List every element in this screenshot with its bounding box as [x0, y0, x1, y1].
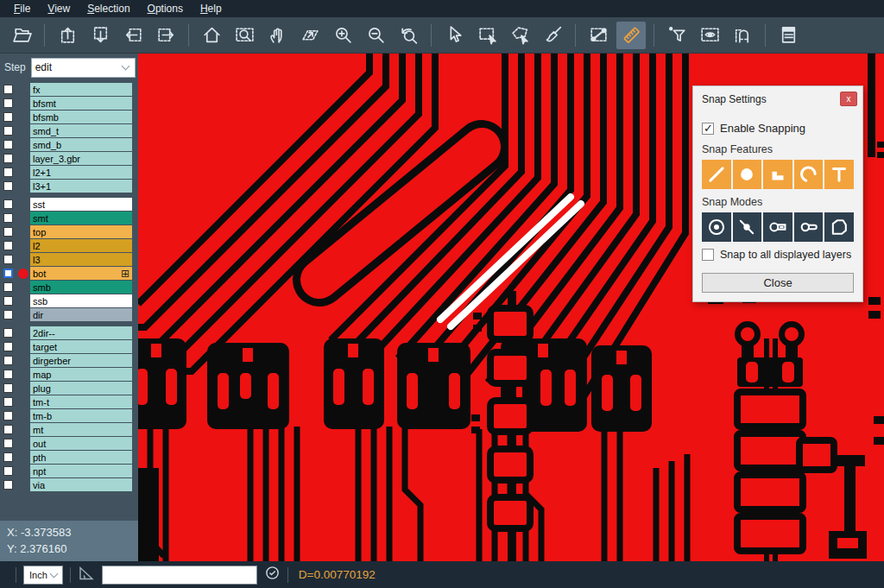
layer-name-label[interactable]: mt [30, 423, 132, 436]
layer-row-tm-b[interactable]: tm-b [0, 409, 138, 422]
layer-row-target[interactable]: target [0, 340, 138, 353]
snap-arc-icon[interactable] [794, 160, 824, 189]
layer-name-label[interactable]: pth [30, 451, 132, 464]
pan-up-icon[interactable] [53, 22, 82, 49]
layer-visibility-checkbox[interactable] [3, 425, 13, 434]
layer-visibility-checkbox[interactable] [3, 383, 13, 393]
snap-all-layers-checkbox[interactable] [702, 249, 714, 261]
layer-visibility-checkbox[interactable] [3, 241, 13, 250]
layer-name-label[interactable]: target [30, 340, 132, 353]
select-rect-icon[interactable] [472, 22, 502, 49]
filter-icon[interactable] [662, 22, 691, 49]
layer-name-label[interactable]: smb [30, 281, 132, 294]
layer-row-out[interactable]: out [0, 437, 138, 450]
layer-name-label[interactable]: plug [30, 382, 132, 395]
layer-visibility-checkbox[interactable] [3, 85, 13, 94]
layer-visibility-checkbox[interactable] [3, 480, 13, 490]
layer-row-l2[interactable]: l2 [0, 239, 138, 252]
zoom-window-icon[interactable] [230, 22, 259, 49]
layer-name-label[interactable]: tm-t [30, 395, 132, 408]
zoom-in-icon[interactable] [328, 22, 357, 49]
layer-row-fx[interactable]: fx [0, 83, 138, 96]
layer-visibility-checkbox[interactable] [3, 397, 13, 407]
mode-pad-slot-icon[interactable] [763, 212, 792, 242]
layer-name-label[interactable]: out [30, 437, 132, 450]
snap-surface-icon[interactable] [763, 160, 792, 189]
enable-snapping-checkbox[interactable] [702, 123, 714, 135]
snap-circle-icon[interactable] [733, 160, 762, 189]
layer-row-smd_t[interactable]: smd_t [0, 124, 138, 137]
view-drag-icon[interactable] [295, 22, 325, 49]
layer-visibility-checkbox[interactable] [3, 199, 13, 209]
layer-name-label[interactable]: dirgerber [30, 354, 132, 367]
layer-name-label[interactable]: map [30, 368, 132, 381]
layer-visibility-checkbox[interactable] [3, 181, 13, 191]
close-icon[interactable]: x [840, 92, 857, 106]
layer-row-layer_3.gbr[interactable]: layer_3.gbr [0, 152, 138, 165]
layer-row-npt[interactable]: npt [0, 465, 138, 477]
mode-contour-icon[interactable] [824, 212, 854, 242]
layer-visibility-checkbox[interactable] [3, 227, 13, 237]
layer-name-label[interactable]: npt [30, 465, 132, 477]
layer-row-map[interactable]: map [0, 368, 138, 381]
layer-name-label[interactable]: top [30, 225, 132, 238]
layer-name-label[interactable]: bfsmb [30, 111, 132, 123]
layer-visibility-checkbox[interactable] [3, 168, 13, 177]
open-folder-icon[interactable] [7, 22, 36, 49]
layer-name-label[interactable]: l3+1 [30, 180, 132, 193]
mode-pad-key-icon[interactable] [794, 212, 824, 242]
snap-magnet-icon[interactable] [728, 22, 757, 49]
layer-visibility-checkbox[interactable] [3, 411, 13, 420]
layer-row-sst[interactable]: sst [0, 198, 138, 211]
layer-name-label[interactable]: sst [30, 198, 132, 211]
step-dropdown[interactable]: edit [31, 58, 136, 78]
layer-visibility-checkbox[interactable] [3, 126, 13, 136]
snap-all-layers-row[interactable]: Snap to all displayed layers [702, 249, 854, 261]
layer-row-via[interactable]: via [0, 478, 138, 491]
dialog-titlebar[interactable]: Snap Settings x [693, 86, 862, 111]
angle-measure-icon[interactable] [78, 565, 95, 585]
layer-name-label[interactable]: bot⊞ [30, 267, 132, 280]
layer-name-label[interactable]: via [30, 478, 132, 491]
layer-visibility-checkbox[interactable] [3, 140, 13, 149]
pan-right-icon[interactable] [151, 22, 180, 49]
measure-line-icon[interactable] [584, 22, 613, 49]
menu-options[interactable]: Options [139, 1, 192, 16]
select-polygon-icon[interactable] [505, 22, 534, 49]
layer-visibility-checkbox[interactable] [3, 112, 13, 122]
layer-row-bfsmb[interactable]: bfsmb [0, 111, 138, 123]
layer-visibility-checkbox[interactable] [3, 439, 13, 448]
layer-visibility-checkbox[interactable] [3, 296, 13, 306]
pcb-canvas[interactable]: Snap Settings x Enable Snapping Snap Fea… [138, 54, 884, 561]
layer-visibility-checkbox[interactable] [3, 342, 13, 351]
layer-row-bfsmt[interactable]: bfsmt [0, 97, 138, 110]
snap-line-icon[interactable] [702, 160, 731, 189]
layers-panel-icon[interactable] [774, 22, 803, 49]
layer-row-l3[interactable]: l3 [0, 253, 138, 266]
layer-name-label[interactable]: smt [30, 212, 132, 224]
menu-help[interactable]: Help [192, 1, 230, 16]
clean-brush-icon[interactable] [538, 22, 567, 49]
mode-center-icon[interactable] [702, 212, 731, 242]
layer-row-dir[interactable]: dir [0, 308, 138, 321]
layer-visibility-checkbox[interactable] [3, 466, 13, 476]
menu-view[interactable]: View [39, 1, 79, 16]
layer-row-l2+1[interactable]: l2+1 [0, 166, 138, 179]
layer-row-smb[interactable]: smb [0, 281, 138, 294]
snap-text-icon[interactable] [824, 160, 854, 189]
layer-name-label[interactable]: smd_b [30, 138, 132, 151]
layer-row-plug[interactable]: plug [0, 382, 138, 395]
layer-visibility-checkbox[interactable] [3, 269, 13, 278]
layer-row-pth[interactable]: pth [0, 451, 138, 464]
layer-visibility-checkbox[interactable] [3, 154, 13, 163]
layer-visibility-checkbox[interactable] [3, 310, 13, 319]
layer-name-label[interactable]: 2dir-- [30, 326, 132, 339]
zoom-previous-icon[interactable] [394, 22, 423, 49]
layer-row-top[interactable]: top [0, 225, 138, 238]
layer-name-label[interactable]: bfsmt [30, 97, 132, 110]
layer-visibility-checkbox[interactable] [3, 255, 13, 264]
pan-left-icon[interactable] [118, 22, 148, 49]
layer-visibility-checkbox[interactable] [3, 370, 13, 379]
layer-visibility-checkbox[interactable] [3, 452, 13, 462]
home-view-icon[interactable] [197, 22, 226, 49]
